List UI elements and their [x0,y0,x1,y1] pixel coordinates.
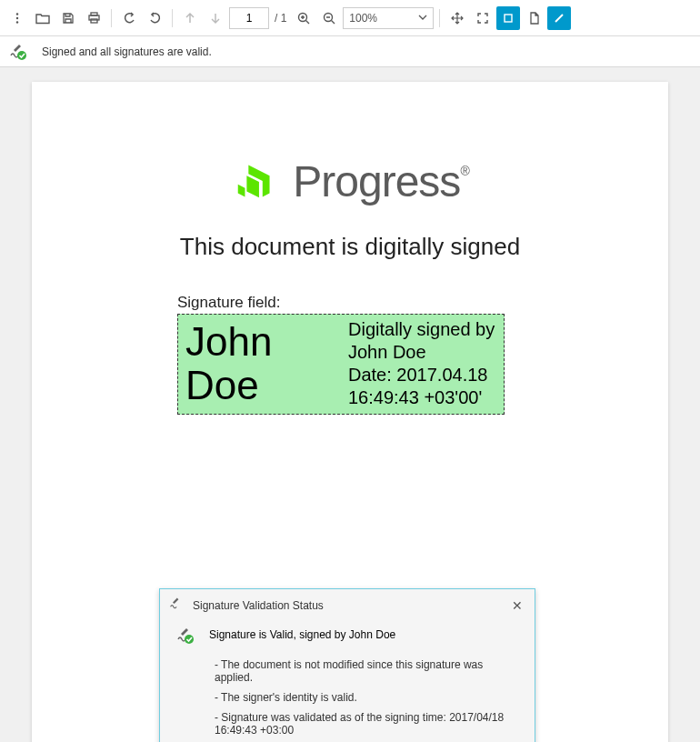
close-icon[interactable]: ✕ [509,597,525,614]
more-icon[interactable] [5,6,29,30]
signature-valid-icon [176,627,195,647]
signature-details: Digitally signed by John Doe Date: 2017.… [343,315,504,414]
signer-name: John Doe [178,315,343,414]
zoom-value: 100% [349,12,377,25]
signature-field[interactable]: John Doe Digitally signed by John Doe Da… [177,314,505,415]
page-total: / 1 [271,12,290,25]
toolbar: / 1 100% [0,0,700,36]
undo-icon[interactable] [117,6,141,30]
svg-rect-8 [505,15,512,22]
separator [111,9,112,27]
zoom-out-icon[interactable] [317,6,341,30]
signature-valid-icon [9,43,27,61]
bullet-item: - Signature was validated as of the sign… [215,711,518,737]
signature-pen-icon [169,597,184,614]
separator [439,9,440,27]
redo-icon[interactable] [143,6,166,30]
dialog-summary: Signature is Valid, signed by John Doe [209,627,395,647]
zoom-in-icon[interactable] [292,6,315,30]
svg-point-0 [16,13,18,15]
dialog-title: Signature Validation Status [193,599,500,612]
svg-point-10 [185,635,194,644]
svg-point-1 [16,16,18,18]
fit-page-icon[interactable] [471,6,495,30]
progress-logo-icon [231,155,284,207]
arrow-down-icon [204,6,227,30]
open-icon[interactable] [31,6,55,30]
chevron-down-icon [418,12,427,25]
signature-field-label: Signature field: [177,294,280,312]
tool-button-2[interactable] [547,6,571,30]
svg-point-2 [16,21,18,23]
svg-rect-5 [91,19,97,23]
arrow-up-icon [178,6,202,30]
svg-point-9 [17,51,26,60]
brand-name: Progress® [293,156,468,206]
dialog-body: Signature is Valid, signed by John Doe -… [160,621,535,742]
print-icon[interactable] [82,6,105,30]
signature-status-text: Signed and all signatures are valid. [42,45,212,58]
pan-icon[interactable] [445,6,469,30]
save-icon[interactable] [56,6,80,30]
separator [172,9,173,27]
dialog-bullets: - The document is not modified since thi… [215,658,518,737]
page-input[interactable] [229,7,269,29]
dialog-header: Signature Validation Status ✕ [160,589,535,621]
tool-button-1[interactable] [496,6,520,30]
signature-validation-dialog: Signature Validation Status ✕ Signature … [159,588,535,742]
document-heading: This document is digitally signed [180,233,520,261]
zoom-select[interactable]: 100% [343,7,434,29]
brand-logo: Progress® [231,155,468,207]
document-area: Progress® This document is digitally sig… [0,67,700,742]
bullet-item: - The document is not modified since thi… [215,658,518,684]
bullet-item: - The signer's identity is valid. [215,691,518,704]
signature-status-bar: Signed and all signatures are valid. [0,36,700,67]
document-icon[interactable] [522,6,545,30]
